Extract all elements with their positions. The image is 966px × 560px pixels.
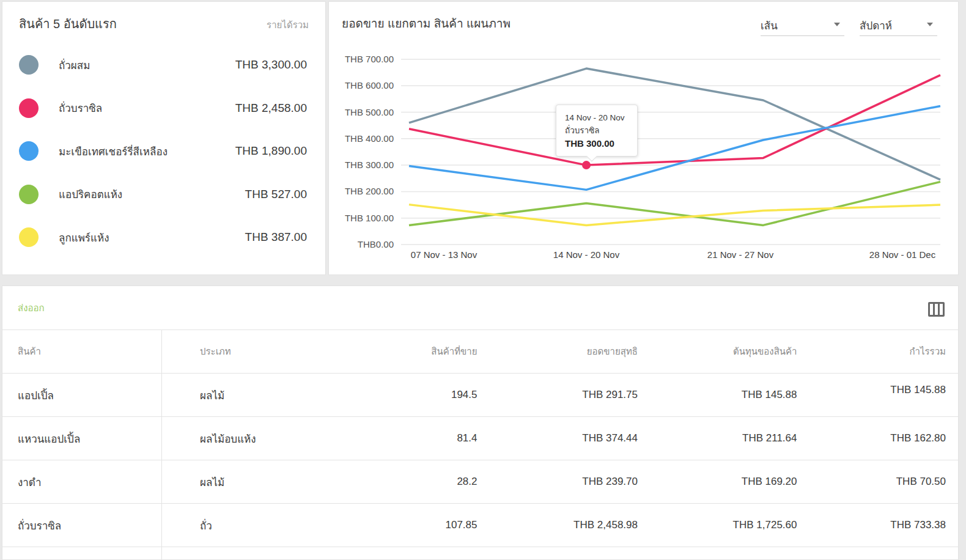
chart-canvas (340, 50, 945, 267)
table-cell: THB 145.88 (799, 369, 959, 412)
y-tick-label: THB 400.00 (340, 133, 394, 144)
table-cell: ถั่วบราซิล (2, 504, 162, 547)
table-cell: 194.5 (321, 374, 481, 417)
series-color-dot (19, 98, 39, 118)
tooltip-value: THB 300.00 (565, 137, 637, 150)
revenue-column-label: รายได้รวม (267, 18, 309, 32)
column-header: สินค้าที่ขาย (321, 330, 481, 374)
list-item: มะเขือเทศเชอร์รี่สีเหลืองTHB 1,890.00 (2, 131, 325, 171)
list-item: ถั่วบราซิลTHB 2,458.00 (2, 88, 325, 128)
table-row: แอปเปิ้ลผลไม้194.5THB 291.75THB 145.88TH… (2, 374, 958, 417)
tooltip-product: ถั่วบราซิล (565, 124, 637, 137)
chart-type-value: เส้น (761, 20, 778, 32)
product-name: ถั่วผสม (59, 57, 90, 73)
tooltip-period: 14 Nov - 20 Nov (565, 111, 637, 124)
product-revenue: THB 387.00 (245, 230, 307, 244)
table-cell: THB 239.70 (481, 460, 640, 504)
column-header: ต้นทุนของสินค้า (640, 330, 799, 374)
y-tick-label: THB 100.00 (340, 213, 394, 223)
table-row: งาดำผลไม้28.2THB 239.70THB 169.20THB 70.… (2, 460, 958, 504)
series-color-dot (19, 141, 39, 161)
product-revenue: THB 527.00 (245, 188, 307, 201)
column-header: กำไรรวม (799, 330, 959, 374)
x-tick-label: 14 Nov - 20 Nov (553, 249, 619, 260)
table-cell: แอปเปิ้ล (2, 374, 162, 417)
table-row (2, 547, 958, 560)
product-name: ลูกแพร์แห้ง (59, 229, 109, 246)
table-row: แหวนแอปเปิ้ลผลไม้อบแห้ง81.4THB 374.44THB… (2, 417, 958, 460)
column-header: ประเภท (162, 330, 322, 374)
column-header: ยอดขายสุทธิ (481, 330, 640, 374)
table-cell: THB 162.80 (799, 417, 959, 460)
table-cell: ผลไม้ (162, 374, 322, 417)
y-tick-label: THB 300.00 (340, 160, 394, 170)
product-revenue: THB 2,458.00 (235, 101, 307, 115)
product-name: มะเขือเทศเชอร์รี่สีเหลือง (59, 143, 168, 160)
y-tick-label: THB0.00 (340, 239, 394, 249)
table-cell: THB 374.44 (481, 417, 640, 460)
sales-table-panel: ส่งออก สินค้าประเภทสินค้าที่ขายยอดขายสุท… (2, 286, 959, 560)
table-cell: ถั่ว (162, 504, 322, 547)
top-products-card: สินค้า 5 อันดับแรก รายได้รวม ถั่วผสมTHB … (2, 1, 326, 275)
product-revenue: THB 3,300.00 (235, 58, 307, 72)
columns-icon[interactable] (928, 302, 945, 317)
table-cell: THB 145.88 (640, 374, 799, 417)
table-cell: 107.85 (321, 504, 481, 547)
table-cell: THB 70.50 (799, 460, 959, 504)
table-cell: งาดำ (2, 460, 162, 504)
chart-type-dropdown[interactable]: เส้น (761, 17, 844, 36)
y-tick-label: THB 600.00 (340, 80, 394, 90)
line-chart: THB 700.00THB 600.00THB 500.00THB 400.00… (340, 50, 945, 267)
product-name: ถั่วบราซิล (59, 100, 102, 116)
table-header-row: สินค้าประเภทสินค้าที่ขายยอดขายสุทธิต้นทุ… (2, 330, 958, 374)
x-tick-label: 07 Nov - 13 Nov (411, 249, 477, 260)
chevron-down-icon (834, 23, 840, 26)
y-tick-label: THB 700.00 (340, 54, 394, 64)
table-cell: 81.4 (321, 417, 481, 460)
table-cell: THB 211.64 (640, 417, 799, 460)
x-tick-label: 21 Nov - 27 Nov (707, 249, 773, 260)
export-button[interactable]: ส่งออก (18, 301, 45, 315)
top-products-title: สินค้า 5 อันดับแรก (19, 14, 117, 34)
product-revenue: THB 1,890.00 (235, 144, 307, 158)
table-cell: THB 1,725.60 (640, 504, 799, 547)
period-value: สัปดาห์ (860, 20, 892, 32)
table-cell: แหวนแอปเปิ้ล (2, 417, 162, 460)
y-tick-label: THB 200.00 (340, 186, 394, 196)
chart-line (409, 75, 940, 165)
chart-line (409, 106, 940, 190)
chevron-down-icon (927, 23, 933, 26)
highlighted-point (582, 161, 591, 169)
sales-chart-card: ยอดขาย แยกตาม สินค้า แผนภาพ เส้น สัปดาห์… (328, 1, 959, 275)
chart-title: ยอดขาย แยกตาม สินค้า แผนภาพ (342, 14, 511, 32)
table-cell: THB 733.38 (799, 504, 959, 547)
table-cell: THB 291.75 (481, 374, 640, 417)
table-cell: 28.2 (321, 460, 481, 504)
x-tick-label: 28 Nov - 01 Dec (869, 249, 935, 260)
column-header: สินค้า (2, 330, 162, 374)
chart-tooltip: 14 Nov - 20 Nov ถั่วบราซิล THB 300.00 (556, 105, 638, 157)
table-cell: THB 169.20 (640, 460, 799, 504)
table-row: ถั่วบราซิลถั่ว107.85THB 2,458.98THB 1,72… (2, 504, 958, 547)
list-item: ถั่วผสมTHB 3,300.00 (2, 45, 325, 85)
series-color-dot (19, 227, 39, 247)
sales-table: สินค้าประเภทสินค้าที่ขายยอดขายสุทธิต้นทุ… (2, 330, 958, 560)
series-color-dot (19, 185, 39, 204)
list-item: แอปริคอตแห้งTHB 527.00 (2, 174, 325, 215)
series-color-dot (19, 55, 39, 75)
table-cell: THB 2,458.98 (481, 504, 640, 547)
table-cell: ผลไม้อบแห้ง (162, 417, 322, 460)
table-cell: ผลไม้ (162, 460, 322, 504)
product-name: แอปริคอตแห้ง (59, 186, 122, 202)
list-item: ลูกแพร์แห้งTHB 387.00 (2, 217, 325, 257)
chart-line (409, 68, 940, 180)
period-dropdown[interactable]: สัปดาห์ (860, 17, 937, 36)
y-tick-label: THB 500.00 (340, 107, 394, 117)
